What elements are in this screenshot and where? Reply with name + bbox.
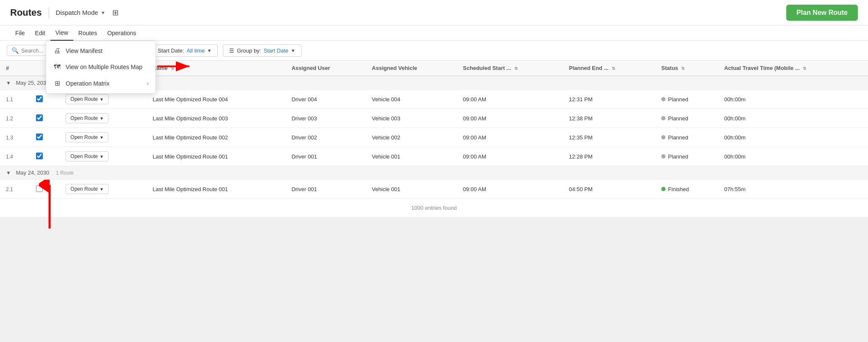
cell-assigned-vehicle: Vehicle 003: [366, 109, 457, 128]
cell-assigned-vehicle: Vehicle 001: [366, 147, 457, 166]
grid-view-icon[interactable]: ⊞: [112, 8, 119, 17]
dropdown-item-view-manifest[interactable]: 🖨 View Manifest: [46, 43, 155, 59]
cell-checkbox[interactable]: [30, 128, 60, 147]
submenu-chevron: ›: [147, 81, 149, 86]
open-route-dropdown-arrow: ▼: [100, 116, 104, 121]
open-route-button[interactable]: Open Route ▼: [66, 184, 108, 194]
map-icon: 🗺: [53, 63, 61, 71]
group-icon: ☰: [229, 47, 234, 54]
open-route-label: Open Route: [70, 115, 98, 121]
open-route-button[interactable]: Open Route ▼: [66, 94, 108, 104]
menu-item-view[interactable]: View: [50, 25, 73, 41]
table-footer-row: 1000 entries found: [0, 199, 868, 217]
row-checkbox[interactable]: [36, 153, 43, 159]
cell-action[interactable]: Open Route ▼: [60, 109, 147, 128]
app-title: Routes: [10, 7, 42, 18]
cell-checkbox[interactable]: [30, 109, 60, 128]
cell-assigned-user: Driver 003: [286, 109, 366, 128]
cell-num: 1.1: [0, 90, 30, 109]
title-divider: [49, 7, 49, 19]
group-collapse-icon[interactable]: ▼: [6, 80, 11, 86]
group-date: May 24, 2030: [16, 170, 50, 176]
cell-checkbox[interactable]: [30, 147, 60, 166]
open-route-button[interactable]: Open Route ▼: [66, 113, 108, 123]
cell-travel-time: 00h:00m: [718, 147, 868, 166]
status-dot: [661, 116, 666, 120]
open-route-dropdown-arrow: ▼: [100, 187, 104, 192]
status-sort-icon: ⇅: [681, 66, 685, 71]
col-travel-time[interactable]: Actual Travel Time (Mobile ... ⇅: [718, 61, 868, 76]
cell-action[interactable]: Open Route ▼: [60, 180, 147, 199]
cell-assigned-vehicle: Vehicle 004: [366, 90, 457, 109]
cell-planned-end: 12:31 PM: [563, 90, 655, 109]
table-row: 1.2 Open Route ▼ Last Mile Optimized Rou…: [0, 109, 868, 128]
name-sort-icon: ⇅: [171, 66, 174, 71]
cell-checkbox[interactable]: [30, 180, 60, 199]
cell-status: Planned: [655, 147, 718, 166]
menu-item-operations[interactable]: Operations: [102, 25, 141, 41]
row-checkbox[interactable]: [36, 133, 43, 140]
col-planned-end[interactable]: Planned End ... ⇅: [563, 61, 655, 76]
cell-name: Last Mile Optimized Route 004: [147, 90, 286, 109]
menu-item-edit[interactable]: Edit: [30, 25, 50, 41]
view-manifest-label: View Manifest: [66, 47, 103, 54]
cell-name: Last Mile Optimized Route 002: [147, 128, 286, 147]
top-bar: Routes Dispatch Mode ▼ ⊞ Plan New Route: [0, 0, 868, 25]
open-route-dropdown-arrow: ▼: [100, 97, 104, 102]
search-icon: 🔍: [11, 47, 19, 54]
cell-planned-end: 12:35 PM: [563, 128, 655, 147]
open-route-label: Open Route: [70, 153, 98, 159]
table-row: 1.3 Open Route ▼ Last Mile Optimized Rou…: [0, 128, 868, 147]
cell-name: Last Mile Optimized Route 003: [147, 109, 286, 128]
table-body: ▼ May 25, 2030 4 Routes 1.1 Open Route ▼…: [0, 76, 868, 217]
menu-item-file[interactable]: File: [10, 25, 30, 41]
open-route-label: Open Route: [70, 96, 98, 102]
col-scheduled-start[interactable]: Scheduled Start ... ⇅: [457, 61, 563, 76]
status-dot: [661, 187, 666, 191]
cell-num: 2.1: [0, 180, 30, 199]
group-by-button[interactable]: ☰ Group by: Start Date ▼: [223, 44, 302, 57]
print-icon: 🖨: [53, 47, 61, 55]
cell-scheduled-start: 09:00 AM: [457, 109, 563, 128]
cell-name: Last Mile Optimized Route 001: [147, 147, 286, 166]
cell-assigned-user: Driver 001: [286, 180, 366, 199]
planned-end-sort-icon: ⇅: [612, 66, 615, 71]
cell-action[interactable]: Open Route ▼: [60, 147, 147, 166]
open-route-button[interactable]: Open Route ▼: [66, 151, 108, 161]
cell-name: Last Mile Optimized Route 001: [147, 180, 286, 199]
open-route-label: Open Route: [70, 186, 98, 192]
group-by-label: Group by:: [237, 47, 261, 54]
start-date-value: All time: [187, 47, 205, 54]
cell-scheduled-start: 09:00 AM: [457, 90, 563, 109]
col-name[interactable]: Name ⇅: [147, 61, 286, 76]
view-dropdown-menu: 🖨 View Manifest 🗺 View on Multiple Route…: [46, 41, 156, 94]
footer-text: 1000 entries found: [0, 199, 868, 217]
menu-bar: File Edit View Routes Operations 🖨 View …: [0, 25, 868, 41]
cell-travel-time: 00h:00m: [718, 90, 868, 109]
dropdown-item-view-multiple-routes[interactable]: 🗺 View on Multiple Routes Map: [46, 59, 155, 75]
col-assigned-user: Assigned User: [286, 61, 366, 76]
open-route-dropdown-arrow: ▼: [100, 135, 104, 140]
row-checkbox[interactable]: [36, 185, 43, 192]
open-route-button[interactable]: Open Route ▼: [66, 132, 108, 142]
cell-status: Planned: [655, 90, 718, 109]
dispatch-mode-arrow: ▼: [101, 10, 105, 15]
col-status[interactable]: Status ⇅: [655, 61, 718, 76]
col-num: #: [0, 61, 30, 76]
group-header-1: ▼ May 24, 2030 1 Route: [0, 166, 868, 180]
menu-item-routes[interactable]: Routes: [73, 25, 102, 41]
group-header-cell: ▼ May 24, 2030 1 Route: [0, 166, 868, 180]
cell-scheduled-start: 09:00 AM: [457, 147, 563, 166]
col-assigned-vehicle: Assigned Vehicle: [366, 61, 457, 76]
dispatch-mode-dropdown[interactable]: Dispatch Mode ▼: [56, 9, 105, 16]
cell-action[interactable]: Open Route ▼: [60, 128, 147, 147]
status-label: Planned: [668, 115, 688, 122]
row-checkbox[interactable]: [36, 114, 43, 121]
row-checkbox[interactable]: [36, 95, 43, 102]
dropdown-item-operation-matrix[interactable]: ⊞ Operation Matrix ›: [46, 75, 155, 92]
plan-new-route-button[interactable]: Plan New Route: [786, 5, 858, 21]
dispatch-mode-label: Dispatch Mode: [56, 9, 98, 16]
group-collapse-icon[interactable]: ▼: [6, 170, 11, 176]
open-route-label: Open Route: [70, 134, 98, 140]
cell-planned-end: 12:28 PM: [563, 147, 655, 166]
